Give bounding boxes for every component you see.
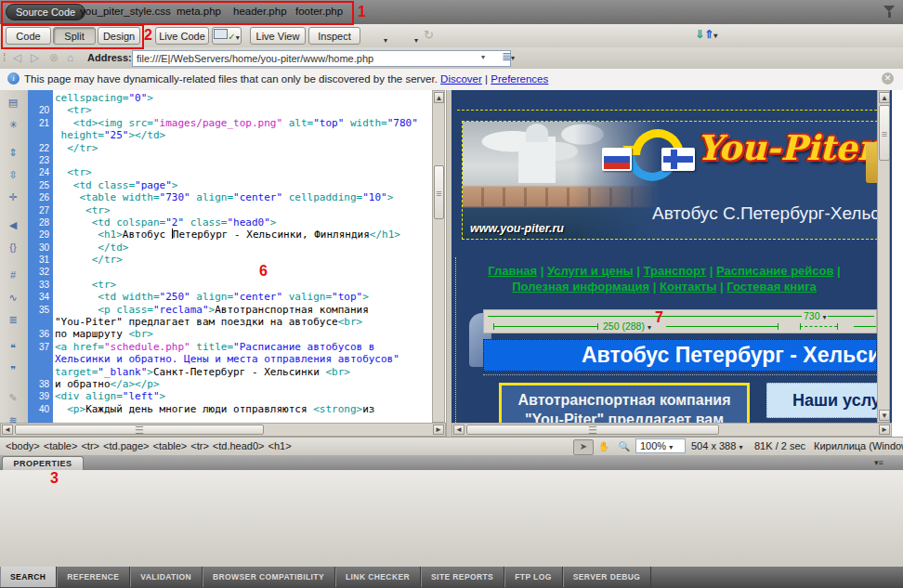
select-tool-icon[interactable]: ➤ — [573, 439, 594, 455]
design-view[interactable]: www.you-piter.ru You-Piter Автобус С.Пет… — [452, 90, 892, 437]
collapse-full-tag-icon[interactable]: ⇕ — [0, 142, 26, 163]
back-icon[interactable]: ◁ — [13, 51, 21, 64]
refresh-icon[interactable]: ↻ — [424, 28, 434, 42]
site-nav-link[interactable]: Главная — [488, 264, 537, 278]
select-parent-tag-icon[interactable]: ◀ — [0, 215, 26, 235]
scroll-up-icon[interactable]: ▲ — [434, 92, 444, 103]
design-scrollbar-thumb[interactable]: ≡ — [879, 105, 890, 161]
view-options-icon[interactable]: ≣▾ — [502, 50, 515, 63]
panel-menu-icon[interactable]: ▾≡ — [874, 458, 883, 467]
site-nav-link[interactable]: Контакты — [660, 280, 716, 294]
table-width-menu[interactable]: 730 ▾ — [802, 310, 828, 321]
check-browser-compat-button[interactable]: ✓▾ — [212, 27, 242, 45]
tag-selector-item[interactable]: <body> — [6, 440, 40, 451]
code-navigator-icon[interactable]: ✳ — [0, 114, 26, 135]
code-view-button[interactable]: Code — [6, 27, 51, 45]
highlight-invalid-code-icon[interactable]: ∿ — [0, 287, 26, 307]
site-nav-link[interactable]: Услуги и цены — [547, 264, 634, 278]
window-size-select[interactable]: 504 x 388 ▾ — [691, 440, 742, 451]
scroll-down-icon[interactable]: ▼ — [879, 410, 890, 421]
balance-braces-icon[interactable]: {} — [0, 237, 26, 257]
results-tab-ftp-log[interactable]: FTP LOG — [504, 567, 562, 587]
live-code-button[interactable]: Live Code — [155, 27, 209, 45]
code-editor[interactable]: cellspacing="0">20 <tr>21 <td><img src="… — [28, 92, 431, 419]
services-cell[interactable]: Наши услуги — [766, 383, 887, 418]
hand-tool-icon[interactable]: ✋ — [594, 439, 614, 455]
expand-all-icon[interactable]: ✛ — [0, 187, 26, 207]
results-tab-server-debug[interactable]: SERVER DEBUG — [563, 567, 652, 587]
site-nav-link[interactable]: Гостевая книга — [726, 280, 817, 294]
code-scrollbar-thumb[interactable]: ≡ — [434, 165, 444, 219]
zoom-tool-icon[interactable]: 🔍 — [614, 439, 635, 455]
line-number: 22 — [28, 142, 55, 154]
tag-selector-item[interactable]: <table> — [153, 440, 188, 451]
wrap-tag-icon[interactable]: ✎ — [0, 387, 26, 408]
preview-dropdown-arrow-icon[interactable]: ▾ — [384, 33, 387, 46]
related-file-tab[interactable]: footer.php — [295, 6, 343, 17]
properties-panel-header: PROPERTIES ▾≡ — [0, 455, 903, 471]
remove-comment-icon[interactable]: ❞ — [0, 359, 26, 380]
code-text: <tr> — [55, 104, 92, 116]
preferences-link[interactable]: Preferences — [491, 73, 548, 85]
tag-selector-item[interactable]: <td.head0> — [213, 440, 265, 451]
home-icon[interactable]: ⌂ — [67, 51, 73, 64]
tag-selector-item[interactable]: <tr> — [81, 440, 99, 451]
inspect-button[interactable]: Inspect — [308, 27, 360, 45]
related-file-tab[interactable]: you_piter_style.css — [80, 6, 171, 17]
tag-selector-item[interactable]: <tr> — [190, 440, 209, 451]
column-width-menu[interactable]: 250 (288) ▾ — [601, 320, 653, 332]
syntax-error-alerts-icon[interactable]: ≣ — [0, 309, 26, 330]
tag-selector-item[interactable]: <table> — [44, 440, 78, 451]
split-view-button[interactable]: Split — [53, 27, 96, 45]
zoom-level-select[interactable]: 100% ▾ — [635, 438, 686, 453]
annotation-number-7: 7 — [655, 309, 663, 326]
site-nav-link[interactable]: Транспорт — [644, 264, 707, 278]
apply-comment-icon[interactable]: ❝ — [0, 337, 26, 358]
code-hscrollbar-thumb[interactable]: ☰ — [15, 425, 264, 435]
site-nav-link[interactable]: Расписание рейсов — [716, 264, 833, 278]
results-tab-search[interactable]: SEARCH — [0, 567, 57, 587]
related-file-tab[interactable]: meta.php — [177, 6, 221, 17]
scroll-right-icon[interactable]: ► — [433, 425, 444, 435]
results-tab-link-checker[interactable]: LINK CHECKER — [335, 567, 421, 587]
design-view-button[interactable]: Design — [98, 27, 140, 45]
design-vertical-scrollbar[interactable]: ▲ ≡ ▼ — [877, 90, 890, 423]
file-get-put-icon[interactable]: ⇓⇑▾ — [695, 28, 717, 41]
code-vertical-scrollbar[interactable]: ▲ ≡ — [432, 90, 445, 423]
tag-selector-item[interactable]: <td.page> — [103, 440, 150, 451]
source-code-tab[interactable]: Source Code — [6, 4, 85, 20]
close-info-bar-icon[interactable]: ✕ — [882, 72, 894, 85]
tag-selector[interactable]: <body><table><tr><td.page><table><tr><td… — [6, 440, 295, 451]
table-width-marker-bar[interactable]: 730 ▾ 250 (288) ▾ — [483, 309, 877, 333]
properties-tab[interactable]: PROPERTIES — [2, 456, 84, 471]
open-documents-icon[interactable]: ▤ — [0, 92, 26, 112]
design-hscrollbar-thumb[interactable]: ☰ — [466, 425, 719, 435]
forward-icon[interactable]: ▷ — [31, 51, 39, 64]
scroll-right-icon[interactable]: ► — [879, 425, 890, 435]
page-h1-banner[interactable]: Автобус Петербург - Хельсин — [483, 339, 877, 372]
live-view-button[interactable]: Live View — [250, 27, 306, 45]
stop-icon[interactable]: ⊗ — [49, 51, 59, 64]
address-input[interactable]: file:///E|/WebServers/home/you-piter/www… — [132, 50, 511, 67]
results-tab-reference[interactable]: REFERENCE — [57, 567, 130, 587]
code-text: <tr> — [55, 279, 116, 291]
scroll-left-icon[interactable]: ◄ — [2, 425, 13, 435]
scroll-up-icon[interactable]: ▲ — [879, 92, 890, 103]
code-horizontal-scrollbar[interactable]: ◄ ☰ ► — [0, 423, 446, 437]
results-tab-site-reports[interactable]: SITE REPORTS — [421, 567, 504, 587]
design-horizontal-scrollbar[interactable]: ◄ ☰ ► — [452, 423, 892, 437]
results-tab-browser-compatibility[interactable]: BROWSER COMPATIBILITY — [203, 567, 335, 587]
site-header-image[interactable]: www.you-piter.ru You-Piter Автобус С.Пет… — [462, 121, 878, 240]
site-nav-link[interactable]: Полезная информация — [512, 280, 649, 294]
collapse-selection-icon[interactable]: ⇳ — [0, 164, 26, 185]
address-dropdown-arrow-icon[interactable]: ▾ — [481, 53, 485, 61]
filter-icon[interactable] — [883, 6, 896, 19]
results-tab-validation[interactable]: VALIDATION — [130, 567, 203, 587]
line-numbers-icon[interactable]: # — [0, 265, 26, 285]
visual-aids-dropdown-arrow-icon[interactable]: ▾ — [414, 33, 418, 46]
tag-selector-item[interactable]: <h1> — [268, 440, 292, 451]
related-file-tab[interactable]: header.php — [233, 6, 287, 17]
promo-cell[interactable]: Автотранспортная компания "You-Piter" пр… — [499, 383, 750, 425]
scroll-left-icon[interactable]: ◄ — [453, 425, 465, 435]
discover-link[interactable]: Discover — [440, 73, 482, 85]
